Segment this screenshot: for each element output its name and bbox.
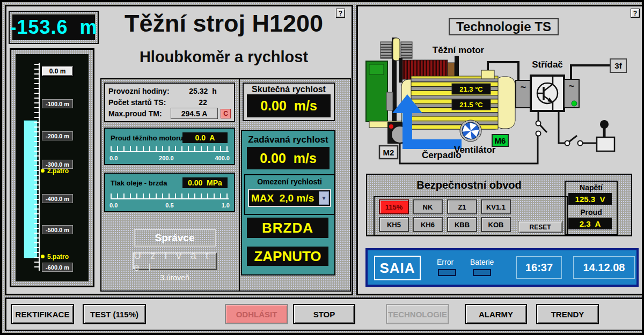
depth-gauge: 0.0 m -100.0 m -200.0 m -300.0 m -400.0 … [10,48,94,287]
m2-tag: M2 [383,148,394,157]
alarmy-button[interactable]: ALARMY [465,304,527,324]
help-button[interactable]: ? [336,9,345,18]
tick-label: 0.0 [109,155,118,161]
maxcurrent-value: 294.5 A [171,108,218,119]
cooler-fins-right [401,42,412,58]
scale-label: -600.0 m [42,263,73,272]
reset-button[interactable]: RESET [518,221,562,233]
actual-speed-panel: Skutečná rychlost 0.00 m/s [243,83,335,121]
scale-label: -500.0 m [42,225,73,234]
chevron-down-icon[interactable]: ▾ [319,191,329,205]
trendy-button[interactable]: TRENDY [536,304,599,324]
brake-pressure-gauge: Tlak oleje - brzda 0.00 MPa 0.0 0.5 1.0 [104,173,235,212]
access-level: 3.úroveň [133,273,217,282]
hours-value: 25.32 h [175,87,231,95]
inverter-box [531,76,564,111]
help-button[interactable]: ? [631,9,640,18]
cabinet-window [369,64,384,75]
speed-limit-select[interactable]: MAX 2,0 m/s ▾ [249,190,330,206]
safety-tile-nk: NK [413,199,443,214]
hours-label: Provozní hodiny: [108,87,175,95]
nav-toolbar: REKTIFIKACE TEST (115%) ODHLÁSIT STOP TE… [5,297,643,331]
pump-indicator [389,124,393,129]
motor-terminal-box [481,70,494,79]
admin-button[interactable]: Správce [134,229,216,247]
master-controller-icon [597,120,614,151]
ac-symbol: ~ [569,81,575,92]
scale-surface-label: 0.0 m [42,66,73,76]
scale-label: -100.0 m [42,99,73,108]
ac-symbol: ~ [521,82,526,93]
process-diagram: 21.3 °C 21.5 °C M2 M6 ~ [361,33,640,175]
divider [239,79,240,291]
safety-tile-kv11: KV1.1 [481,199,511,214]
tick-label: 1.0 [222,202,230,209]
safety-circuit-panel: Bezpečnostní obvod 115% NK Z1 KV1.1 KH5 … [366,174,632,236]
motor-current-ticks [111,146,229,152]
safety-tile-kh5: KH5 [379,217,409,232]
page-subtitle: Hloubkoměr a rychlost [97,47,351,66]
set-speed-label: Zadávaná rychlost [242,135,334,145]
safety-meter-box: Napětí 125.3 V Proud 2.3 A [565,181,618,235]
speed-limit-box: Omezení rychlosti MAX 2,0 m/s ▾ [244,174,335,215]
motor-temp-1: 21.3 °C [459,85,483,93]
resistor-post-left [399,58,402,83]
set-speed-value: 0.00 m/s [247,147,330,169]
m6-tag: M6 [495,136,506,145]
floor-5-label: 5.patro [47,253,69,260]
test-button[interactable]: TEST (115%) [83,304,146,324]
scale-label: -400.0 m [42,194,73,203]
logout-button[interactable]: ODHLÁSIT [225,304,288,324]
plc-battery-label: Baterie [470,258,494,266]
tick-label: 400.0 [215,155,230,161]
page-title: Těžní stroj H1200 [97,9,351,39]
grid-3f: 3f [614,61,622,70]
power-status: ZAPNUTO [247,247,328,266]
voltage-value: 125.3 V [568,193,612,205]
current-value: 2.3 A [568,218,612,229]
safety-tile-kob: KOB [481,217,511,232]
floor-5-dot [41,255,45,258]
inverter-label: Střídač [532,59,563,70]
inverter-ok-indicator [572,101,577,106]
control-area: Provozní hodiny: 25.32 h Počet startů TS… [100,78,351,292]
depth-display: -153.6 m [12,14,95,40]
user-button[interactable]: U ž i v a t e l [133,252,217,270]
clock-date: 14.12.08 [573,256,635,279]
current-label: Proud [566,208,617,217]
speed-limit-label: Omezení rychlosti [245,177,334,186]
cabinet-bracket [386,92,393,110]
depth-gauge-scale: 0.0 m -100.0 m -200.0 m -300.0 m -400.0 … [16,54,89,281]
technologie-button[interactable]: TECHNOLOGIE [386,304,449,324]
brake-pressure-ticks [111,193,229,199]
motor-label: Těžní motor [433,45,485,55]
actual-speed-label: Skutečná rychlost [244,85,334,94]
clear-max-button[interactable]: C [221,109,231,118]
motor-current-value: 0.0 A [182,132,228,143]
safety-tile-115: 115% [379,199,409,214]
stop-button[interactable]: STOP [293,304,355,324]
plc-error-label: Error [437,258,453,266]
motor-current-label: Proud těžního motoru [111,134,183,142]
cooler-core [393,38,400,61]
safety-tiles: 115% NK Z1 KV1.1 KH5 KH6 KBB KOB RESET [374,196,568,236]
tick-label: 0.0 [109,202,118,209]
cooler-fins-left [380,42,392,58]
scale-line [39,63,40,271]
brake-status: BRZDA [247,218,328,238]
safety-tile-kbb: KBB [447,217,477,232]
hoist-panel: -153.6 m Těžní stroj H1200 Hloubkoměr a … [5,5,353,295]
switch-1 [536,111,547,136]
floor-2-label: 2.patro [47,167,69,175]
switch-2 [559,111,597,146]
voltage-label: Napětí [566,183,617,192]
hmi-screen: -153.6 m Těžní stroj H1200 Hloubkoměr a … [0,0,644,335]
rektifikace-button[interactable]: REKTIFIKACE [11,304,74,324]
floor-2-dot [41,169,45,173]
safety-tile-kh6: KH6 [413,217,443,232]
safety-title: Bezpečnostní obvod [367,179,571,191]
plc-status-bar: SAIA Error Baterie 16:37 14.12.08 [365,248,639,287]
fan-blades [462,122,479,139]
plc-battery-indicator [473,269,491,276]
starts-label: Počet startů TS: [108,98,175,107]
